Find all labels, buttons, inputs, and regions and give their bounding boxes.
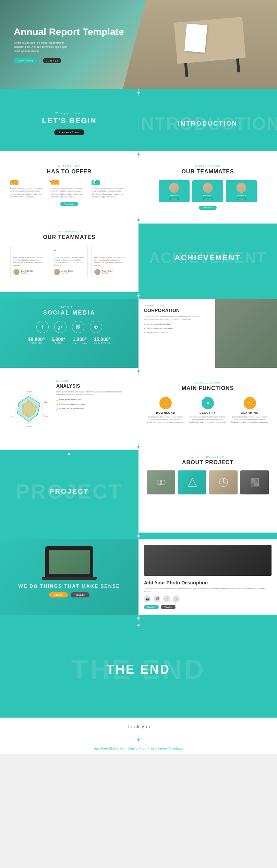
analysis-title: ANALYSIS [56,383,130,389]
quote-author-name-2: Jenny Clare [61,270,73,272]
functions-title: MAIN FUNCTIONS [147,385,269,391]
corp-bullet-2: ● [144,327,146,330]
svg-marker-12 [188,478,196,487]
about-img-1 [147,470,175,494]
quote-text-1: Lorem ipsum unde omnis iste natus error … [13,256,44,267]
function-download: ↓ DOWNLOAD Lorem ipsum dolor sit amet na… [147,397,185,424]
start-travel-button[interactable]: Start Your Travel [54,129,84,135]
pinterest-icon[interactable]: ℗ [90,321,102,333]
hero-date-badge: / 2017.12 [43,58,61,63]
quote-author-1: David Smith Top Right [13,269,44,275]
lets-begin-row: When you are ready LET'S BEGIN Start You… [0,96,277,151]
functions-row: ↓ DOWNLOAD Lorem ipsum dolor sit amet na… [147,397,269,424]
lets-begin-subtitle: When you are ready [55,112,83,114]
our-teammates-2-section: INTRODUCE OUR OUR TEAMMATES " Lorem ipsu… [0,224,138,292]
corporation-points: ● Lorem ipsum dolor sit amet ● Sed ut pe… [144,323,210,334]
presentation-feature-text: Lorem ipsum unde omnis iste natus error … [92,187,128,198]
has-to-offer-view-more[interactable]: View More [60,202,78,206]
image-icon: 🖼 [154,595,160,602]
introduction-front-text: INTRODUCTION [178,120,238,127]
download-photo-icon: ↓ [173,595,180,602]
social-media-section: STAY WITH US SOCIAL MEDIA f g+ 微 ℗ 18,00… [0,299,138,368]
function-alarming: ⚠ ALARMING Lorem ipsum dolor sit amet na… [231,397,269,424]
social-stat-xiaoji: 1,200* XIǍO JÌSHŪ [72,336,87,344]
friends-label: FRIENDS [28,342,45,344]
analysis-point-2: ● Sed ut perspiciatis unde omnis [56,403,130,406]
corp-img-overlay [215,299,277,368]
add-photo-valuable-button[interactable]: Valuable [161,605,176,609]
connector-dot-7 [137,535,140,537]
teammates-1-view-more[interactable]: View More [199,206,217,210]
xiaoji-count: 1,200* [72,336,87,342]
social-icons-row: f g+ 微 ℗ [36,321,102,333]
we-do-valuable-button[interactable]: Valuable [71,592,89,597]
quote-avatar-2 [54,269,60,275]
hero-image [123,0,277,89]
analysis-points: ● Lorem ipsum dolor sit amet ● Sed ut pe… [56,399,130,411]
bookmarks-feature-icon: 🔖 Bookmarks [51,180,59,185]
followers-label: FOLLOWERS [94,342,110,344]
corporation-desc: Lorem ipsum dolor sit amet natus error s… [144,315,210,320]
search-feature-icon: 🔍 Search [10,180,19,185]
connector-8 [0,615,277,621]
teammate-role-3: Manager [237,197,246,200]
quote-author-info-2: Jenny Clare Top Right [61,270,73,274]
corporation-section: INTRODUCE OUR CORPORATION Lorem ipsum do… [138,299,277,368]
teammate-card-2: Member 2 Developer [192,180,223,202]
connector-3 [0,217,277,224]
we-do-beautiful-button[interactable]: Beautiful [49,592,68,597]
analysis-subtitle: DATA AND [56,380,130,382]
teammates-2-title: OUR TEAMMATES [10,234,128,240]
svg-text:Funny: Funny [26,425,32,427]
laptop-shape [45,546,93,577]
project-front-text: PROJECT [49,488,89,495]
lets-begin-title: LET'S BEGIN [42,116,96,125]
laptop-screen [49,550,90,574]
search-feature-text: Lorem ipsum unde omnis iste natus error … [10,187,47,198]
introduction-section: INTRODUCTION INTRODUCTION [138,96,277,151]
weibo-icon[interactable]: 微 [72,321,84,333]
hero-slide: Annual Report Template Lorem ipsum dolor… [0,0,277,89]
hero-subtitle: Lorem ipsum dolor sit amet, consectetuer… [14,41,69,53]
quote-mark-3: " [94,249,125,255]
quote-card-2: " Lorem ipsum unde omnis iste natus erro… [51,246,88,278]
our-teammates-1-section: INTRODUCE OUR OUR TEAMMATES Member 1 Des… [138,158,277,217]
corporation-content: INTRODUCE OUR CORPORATION Lorem ipsum do… [138,299,215,368]
teammate-avatar-inner-1 [169,183,179,193]
teammate-name-1: Member 1 [169,194,179,196]
thank-you-text: thank you [7,724,270,729]
presentation-feature-icon: 📊 Pres [92,180,100,185]
features-row: 🔍 Search Lorem ipsum unde omnis iste nat… [10,180,128,198]
corp-point-3: ● Et libero pars in membres dói [144,331,210,334]
teammate-card-3: Member 3 Manager [226,180,257,202]
add-photo-image [144,545,272,576]
achievement-section: ACHIEVEMENT ACHIEVEMENT [138,224,277,292]
teammate-role-1: Designer [169,197,179,200]
teammate-avatar-1 [169,183,179,193]
about-img-4 [240,470,269,494]
social-subtitle: STAY WITH US [59,306,80,308]
facebook-icon[interactable]: f [36,321,49,333]
social-stats: 18,000* FRIENDS 6,000* FANS 1,200* XIǍO … [28,336,110,344]
quote-author-name-3: Annie Harry [102,270,113,272]
quote-author-2: Jenny Clare Top Right [54,269,85,275]
quote-author-name-1: David Smith [21,270,33,272]
analysis-bullet-3: ● [56,408,58,411]
lets-begin-section: When you are ready LET'S BEGIN Start You… [0,96,138,151]
notebook [184,23,207,53]
hero-title: Annual Report Template [14,26,124,38]
fans-label: FANS [51,342,65,344]
feature-presentation: 📊 Pres Lorem ipsum unde omnis iste natus… [92,180,128,198]
desk-shape [174,17,246,64]
project-about-row: PROJECT PROJECT BRIEF INTRODUCTION ABOUT… [0,450,277,533]
analysis-section: Clever Happiness Popularity Funny Talent… [0,375,138,443]
analysis-point-text-1: Lorem ipsum dolor sit amet [59,399,82,401]
connector-9 [0,736,277,743]
hero-name-badge: YOUR NAME [14,58,37,63]
google-plus-icon[interactable]: g+ [54,321,67,333]
add-photo-beautiful-button[interactable]: Beautiful [144,605,159,609]
footer-section: Just Free Slides-High Quality Free Prese… [0,743,277,754]
connector-2 [0,151,277,158]
we-do-buttons: Beautiful Valuable [49,592,89,597]
connector-5 [0,368,277,375]
